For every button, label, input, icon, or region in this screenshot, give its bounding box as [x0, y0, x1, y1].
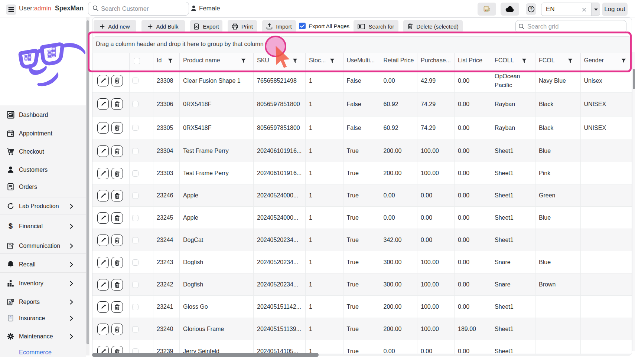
- svg-text:$: $: [9, 222, 13, 230]
- svg-text:A: A: [9, 300, 11, 304]
- svg-text:?: ?: [530, 7, 532, 11]
